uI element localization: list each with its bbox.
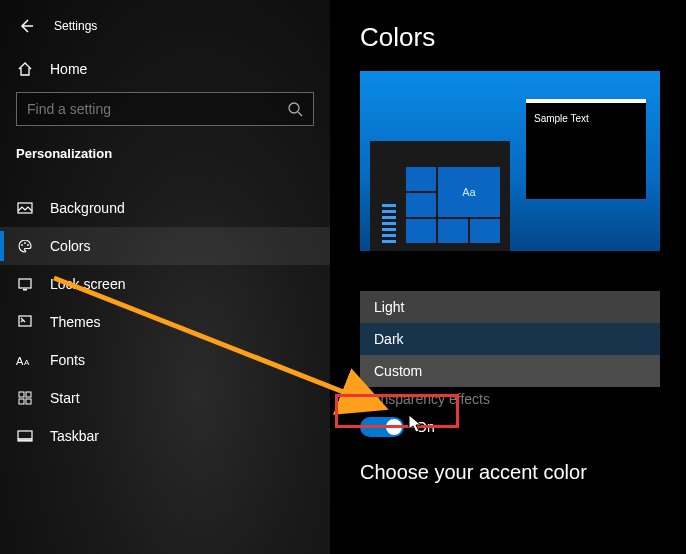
svg-rect-13: [26, 399, 31, 404]
search-input[interactable]: [27, 101, 287, 117]
option-custom[interactable]: Custom: [360, 355, 660, 387]
sidebar-item-fonts[interactable]: AA Fonts: [0, 341, 330, 379]
search-icon: [287, 101, 303, 117]
preview-tile-aa: Aa: [438, 167, 500, 217]
svg-rect-1: [18, 203, 32, 213]
back-button[interactable]: [16, 16, 36, 36]
sidebar-item-label: Colors: [50, 238, 90, 254]
svg-rect-7: [19, 316, 31, 326]
svg-rect-6: [23, 289, 27, 291]
page-title: Colors: [360, 22, 668, 53]
sidebar-item-taskbar[interactable]: Taskbar: [0, 417, 330, 455]
app-title: Settings: [54, 19, 97, 33]
svg-point-3: [24, 242, 26, 244]
svg-rect-15: [18, 438, 32, 441]
option-label: Custom: [374, 363, 422, 379]
svg-rect-12: [19, 399, 24, 404]
nav-home[interactable]: Home: [0, 50, 330, 88]
nav-home-label: Home: [50, 61, 87, 77]
svg-rect-10: [19, 392, 24, 397]
taskbar-icon: [16, 427, 34, 445]
sidebar-item-label: Themes: [50, 314, 101, 330]
sidebar-item-colors[interactable]: Colors: [0, 227, 330, 265]
sidebar-item-themes[interactable]: Themes: [0, 303, 330, 341]
option-label: Dark: [374, 331, 404, 347]
color-preview: Aa Sample Text: [360, 71, 660, 251]
sidebar-item-background[interactable]: Background: [0, 189, 330, 227]
picture-icon: [16, 199, 34, 217]
svg-text:A: A: [24, 358, 30, 367]
preview-window: Sample Text: [526, 99, 646, 199]
transparency-label: Transparency effects: [360, 391, 668, 407]
sidebar-item-label: Taskbar: [50, 428, 99, 444]
sidebar-item-label: Lock screen: [50, 276, 125, 292]
svg-text:A: A: [16, 355, 24, 367]
svg-rect-5: [19, 279, 31, 288]
lock-screen-icon: [16, 275, 34, 293]
toggle-state: On: [416, 419, 435, 435]
svg-point-2: [21, 244, 23, 246]
sidebar-item-label: Background: [50, 200, 125, 216]
option-label: Light: [374, 299, 404, 315]
color-mode-dropdown[interactable]: Light Dark Custom: [360, 291, 660, 387]
sidebar-item-start[interactable]: Start: [0, 379, 330, 417]
settings-sidebar: Settings Home Personalization Background: [0, 0, 330, 554]
svg-point-4: [27, 244, 29, 246]
transparency-toggle[interactable]: [360, 417, 404, 437]
home-icon: [16, 60, 34, 78]
themes-icon: [16, 313, 34, 331]
sidebar-item-label: Fonts: [50, 352, 85, 368]
start-icon: [16, 389, 34, 407]
palette-icon: [16, 237, 34, 255]
preview-sample-text: Sample Text: [534, 113, 589, 124]
accent-heading: Choose your accent color: [360, 461, 668, 484]
svg-point-0: [289, 103, 299, 113]
search-box[interactable]: [16, 92, 314, 126]
main-pane: Colors Aa Sample Text Light Dark Custom: [330, 0, 686, 554]
section-heading: Personalization: [0, 136, 330, 179]
sidebar-item-lock-screen[interactable]: Lock screen: [0, 265, 330, 303]
arrow-left-icon: [18, 18, 34, 34]
sidebar-item-label: Start: [50, 390, 80, 406]
fonts-icon: AA: [16, 351, 34, 369]
option-light[interactable]: Light: [360, 291, 660, 323]
svg-rect-11: [26, 392, 31, 397]
option-dark[interactable]: Dark: [360, 323, 660, 355]
